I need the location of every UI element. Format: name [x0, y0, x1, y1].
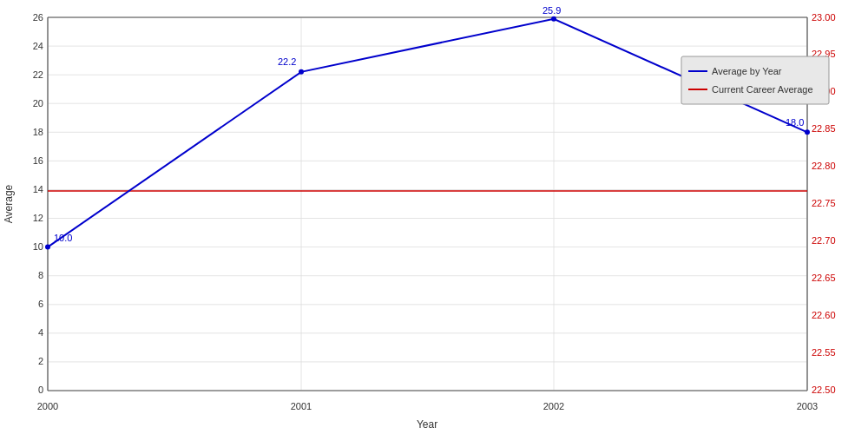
y-left-label-22: 22: [33, 69, 43, 80]
x-label-2002: 2002: [543, 401, 564, 411]
x-label-2003: 2003: [797, 401, 818, 411]
y-right-label-2250: 22.50: [812, 385, 836, 395]
y-left-label-0: 0: [38, 385, 43, 395]
y-left-label-26: 26: [33, 12, 43, 23]
y-right-label-2280: 22.80: [812, 161, 836, 171]
y-left-label-10: 10: [33, 241, 43, 252]
y-left-label-14: 14: [33, 184, 43, 194]
data-point-2001: [299, 69, 304, 75]
legend-box: [681, 56, 829, 104]
y-right-label-2300: 23.00: [812, 12, 836, 23]
y-right-label-2270: 22.70: [812, 235, 836, 246]
data-point-2003: [805, 129, 810, 135]
y-right-label-2265: 22.65: [812, 273, 836, 283]
y-left-label-6: 6: [38, 299, 43, 309]
legend-avg-label: Average by Year: [712, 66, 782, 76]
y-left-label-2: 2: [38, 356, 43, 366]
x-label-2001: 2001: [291, 401, 312, 411]
y-left-axis-title: Average: [3, 184, 15, 223]
data-label-2001: 22.2: [278, 56, 296, 67]
data-label-2000: 10.0: [54, 233, 72, 243]
chart-container: 0 2 4 6 8 10 12 14 16 18 20 22 24 26 Ave…: [0, 0, 868, 434]
y-left-label-8: 8: [38, 270, 43, 280]
x-axis-title: Year: [417, 418, 437, 431]
y-right-label-2285: 22.85: [812, 123, 836, 134]
data-point-2002: [551, 16, 556, 22]
y-left-label-20: 20: [33, 98, 43, 108]
y-right-label-2275: 22.75: [812, 198, 836, 208]
y-left-label-18: 18: [33, 127, 43, 137]
y-left-label-24: 24: [33, 41, 43, 51]
y-right-label-2255: 22.55: [812, 347, 836, 358]
legend-career-label: Current Career Average: [712, 84, 813, 95]
y-left-label-16: 16: [33, 155, 43, 166]
data-label-2003: 18.0: [786, 117, 804, 128]
y-right-label-2260: 22.60: [812, 310, 836, 320]
data-point-2000: [45, 245, 50, 250]
y-left-label-4: 4: [38, 327, 43, 338]
chart-svg: 0 2 4 6 8 10 12 14 16 18 20 22 24 26 Ave…: [0, 0, 868, 434]
x-label-2000: 2000: [37, 401, 58, 411]
y-left-label-12: 12: [33, 213, 43, 223]
data-label-2002: 25.9: [542, 5, 561, 16]
